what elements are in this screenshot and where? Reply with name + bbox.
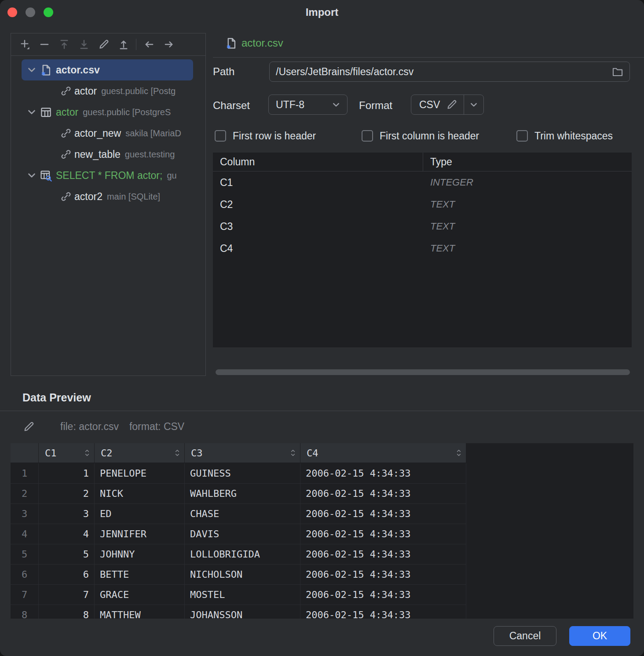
path-input[interactable]: /Users/JetBrains/files/actor.csv [269,62,630,82]
grid-header-c1[interactable]: C1 [39,443,95,463]
cell-c1[interactable]: 2 [39,484,95,503]
cell-c2[interactable]: GRACE [95,585,185,605]
table-row[interactable]: 6 6 BETTE NICHOLSON 2006-02-15 4:34:33 [11,565,466,585]
cancel-button[interactable]: Cancel [494,626,556,646]
table-row[interactable]: C1 INTEGER [213,171,632,193]
table-row[interactable]: 2 2 NICK WAHLBERG 2006-02-15 4:34:33 [11,484,466,504]
grid-header-c3[interactable]: C3 [185,443,300,463]
charset-select[interactable]: UTF-8 [268,95,348,115]
chevron-down-icon[interactable] [26,64,37,76]
column-header[interactable]: Column [213,153,423,171]
ok-button[interactable]: OK [569,626,630,646]
cell-c2[interactable]: ED [95,504,185,524]
cell-c2[interactable]: JENNIFER [95,524,185,544]
tree-item-detail: sakila [MariaD [125,128,181,138]
cell-c4[interactable]: 2006-02-15 4:34:33 [300,484,466,503]
type-header[interactable]: Type [423,153,632,171]
trim-whitespaces-checkbox[interactable]: Trim whitespaces [516,129,613,142]
cell-c3[interactable]: CHASE [185,504,300,524]
horizontal-scrollbar[interactable] [216,369,630,375]
table-row[interactable]: 5 5 JOHNNY LOLLOBRIGIDA 2006-02-15 4:34:… [11,544,466,565]
tree-item-select-query[interactable]: SELECT * FROM actor; gu [11,165,205,186]
cell-c3[interactable]: JOHANSSON [185,605,300,619]
cell-c4[interactable]: 2006-02-15 4:34:33 [300,504,466,524]
file-header-label: actor.csv [242,37,283,49]
tree-item-actor-new[interactable]: actor_new sakila [MariaD [11,123,205,144]
table-row[interactable]: 3 3 ED CHASE 2006-02-15 4:34:33 [11,504,466,524]
sort-icon[interactable] [174,448,181,457]
cell-c3[interactable]: DAVIS [185,524,300,544]
format-dropdown-button[interactable] [464,95,483,114]
table-row[interactable]: 1 1 PENELOPE GUINESS 2006-02-15 4:34:33 [11,463,466,484]
pencil-icon[interactable] [446,99,457,110]
move-down-button[interactable] [74,36,94,53]
folder-icon[interactable] [612,66,623,77]
table-row[interactable]: 7 7 GRACE MOSTEL 2006-02-15 4:34:33 [11,585,466,605]
cell-c3[interactable]: MOSTEL [185,585,300,605]
cell-c4[interactable]: 2006-02-15 4:34:33 [300,463,466,483]
cell-c3[interactable]: WAHLBERG [185,484,300,503]
sort-icon[interactable] [289,448,296,457]
table-row[interactable]: 8 8 MATTHEW JOHANSSON 2006-02-15 4:34:33 [11,605,466,619]
cell-c1[interactable]: 1 [39,463,95,483]
cell-c1[interactable]: 8 [39,605,95,619]
cell-c3[interactable]: GUINESS [185,463,300,483]
add-button[interactable] [15,36,34,53]
sort-icon[interactable] [455,448,462,457]
table-row[interactable]: 4 4 JENNIFER DAVIS 2006-02-15 4:34:33 [11,524,466,544]
table-row[interactable]: C3 TEXT [213,215,632,237]
cell-c4[interactable]: 2006-02-15 4:34:33 [300,524,466,544]
table-row[interactable]: C2 TEXT [213,193,632,215]
path-label: Path [213,66,234,78]
cell-c4[interactable]: 2006-02-15 4:34:33 [300,605,466,619]
column-type: INTEGER [423,177,632,188]
cell-c3[interactable]: LOLLOBRIGIDA [185,544,300,564]
checkbox-box[interactable] [215,130,226,142]
chevron-down-icon[interactable] [26,106,37,118]
cell-c2[interactable]: MATTHEW [95,605,185,619]
cell-c1[interactable]: 5 [39,544,95,564]
minimize-window-button[interactable] [26,7,35,17]
grid-header-c2[interactable]: C2 [95,443,185,463]
tree-item-detail: guest.public [PostgreS [83,107,171,117]
first-column-header-checkbox[interactable]: First column is header [362,129,479,142]
cell-c1[interactable]: 7 [39,585,95,605]
tree-item-actor2[interactable]: actor2 main [SQLite] [11,186,205,207]
cell-c2[interactable]: NICK [95,484,185,503]
first-row-header-checkbox[interactable]: First row is header [215,129,316,142]
data-preview-title: Data Preview [22,391,91,404]
link-icon [60,191,72,202]
cell-c4[interactable]: 2006-02-15 4:34:33 [300,544,466,564]
cell-c2[interactable]: BETTE [95,565,185,584]
edit-button[interactable] [94,36,113,53]
tree-item-actor-mapping[interactable]: actor guest.public [Postg [11,80,205,102]
csv-file-icon [225,37,237,49]
cell-c2[interactable]: JOHNNY [95,544,185,564]
cell-c3[interactable]: NICHOLSON [185,565,300,584]
cell-c4[interactable]: 2006-02-15 4:34:33 [300,585,466,605]
tree-item-label: actor_new [74,128,121,139]
format-value-button[interactable]: CSV [411,95,464,114]
cell-c4[interactable]: 2006-02-15 4:34:33 [300,565,466,584]
sort-icon[interactable] [84,448,91,457]
cell-c1[interactable]: 3 [39,504,95,524]
move-up-button[interactable] [54,36,74,53]
zoom-window-button[interactable] [44,7,53,17]
export-button[interactable] [113,36,133,53]
grid-header-c4[interactable]: C4 [300,443,466,463]
close-window-button[interactable] [7,7,17,17]
chevron-down-icon[interactable] [26,170,37,181]
tree-item-new-table[interactable]: new_table guest.testing [11,144,205,165]
checkbox-box[interactable] [516,130,528,142]
cell-c1[interactable]: 6 [39,565,95,584]
forward-button[interactable] [159,36,179,53]
back-button[interactable] [139,36,159,53]
table-row[interactable]: C4 TEXT [213,237,632,259]
cell-c2[interactable]: PENELOPE [95,463,185,483]
pencil-icon[interactable] [23,421,35,433]
tree-item-actor-csv[interactable]: actor.csv [22,59,193,80]
checkbox-box[interactable] [362,130,373,142]
cell-c1[interactable]: 4 [39,524,95,544]
tree-item-actor-table[interactable]: actor guest.public [PostgreS [11,102,205,123]
remove-button[interactable] [34,36,54,53]
